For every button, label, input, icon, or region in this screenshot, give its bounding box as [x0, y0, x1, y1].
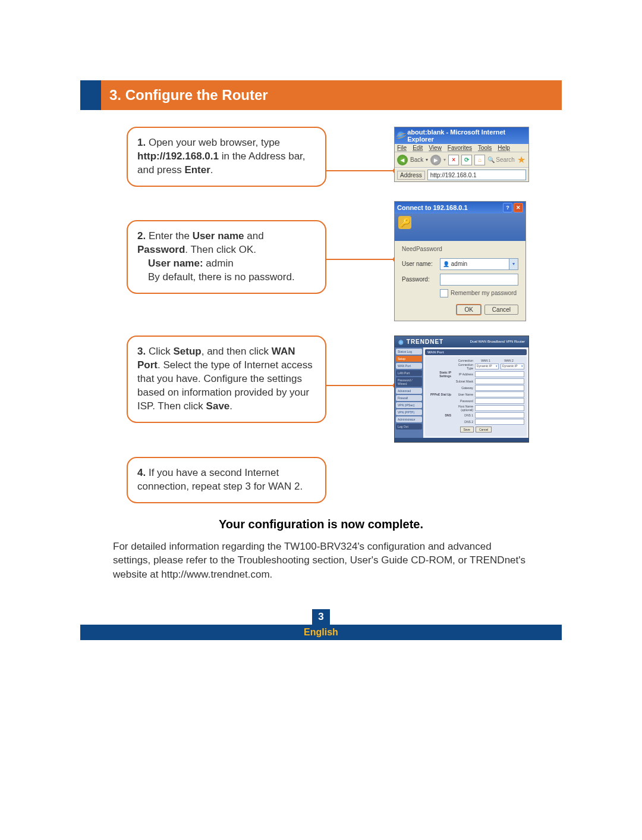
lbl-connection: Connection [453, 359, 473, 362]
pppoe-user-input[interactable] [475, 391, 524, 397]
dns2-input[interactable] [475, 419, 524, 425]
pppoe-host-input[interactable] [475, 405, 524, 411]
login-title-text: Connect to 192.168.0.1 [397, 204, 468, 211]
chevron-down-icon[interactable]: ▾ [509, 259, 518, 269]
ie-titlebar: about:blank - Microsoft Internet Explore… [395, 127, 528, 144]
sidebar-item-vpn-pptp[interactable]: VPN (PPTP) [396, 409, 422, 415]
ie-menu-help[interactable]: Help [498, 145, 510, 151]
close-icon[interactable]: ✕ [514, 203, 523, 212]
step-3-box: 3. Click Setup, and then click WAN Port.… [127, 336, 326, 423]
lbl-ip: IP Address [453, 372, 473, 376]
remember-checkbox[interactable] [440, 289, 448, 297]
gateway-input[interactable] [475, 385, 524, 391]
back-icon[interactable]: ◄ [397, 155, 408, 165]
sidebar-item-setup[interactable]: Setup [396, 356, 422, 362]
ie-menu-edit[interactable]: Edit [413, 145, 423, 151]
router-model: Dual WAN Broadband VPN Router [470, 340, 525, 343]
stop-icon[interactable]: × [448, 155, 459, 165]
wan2-type-select[interactable]: Dynamic IP [501, 363, 524, 369]
lbl-user: User Name [453, 393, 473, 396]
step-1-post: . [210, 164, 213, 175]
router-main: WAN Port Connection WAN 1 WAN 2 Connecti… [423, 347, 528, 438]
search-button[interactable]: 🔍Search [487, 156, 515, 163]
ie-logo-icon [397, 131, 405, 140]
lbl-dns2: DNS 2 [453, 420, 473, 424]
step-4-box: 4. If you have a second Internet connect… [127, 457, 326, 503]
step-1-box: 1. Open your web browser, type http://19… [127, 127, 326, 187]
hdr-wan1: WAN 1 [475, 359, 496, 362]
screenshot-router-admin: ◉ TRENDNET Dual WAN Broadband VPN Router… [394, 336, 529, 443]
keys-icon: 🔑 [398, 216, 411, 229]
login-realm: NeedPassword [402, 246, 518, 252]
password-input[interactable] [440, 274, 518, 286]
help-icon[interactable]: ? [503, 203, 512, 212]
dns1-input[interactable] [475, 412, 524, 418]
sidebar-item-lan[interactable]: LAN Port [396, 370, 422, 376]
step-4-text: 4. If you have a second Internet connect… [137, 466, 316, 494]
sidebar-item-status[interactable]: Status Log [396, 349, 422, 355]
section-title: 3. Configure the Router [101, 80, 562, 110]
ie-menu-view[interactable]: View [429, 145, 442, 151]
detail-paragraph: For detailed information regarding the T… [80, 540, 562, 582]
save-button[interactable]: Save [460, 427, 474, 432]
remember-row[interactable]: Remember my password [440, 289, 518, 297]
refresh-icon[interactable]: ⟳ [461, 155, 472, 165]
address-value: http://192.168.0.1 [430, 172, 477, 178]
lbl-subnet: Subnet Mask [453, 380, 473, 383]
step-1-row: 1. Open your web browser, type http://19… [80, 127, 562, 187]
wan-panel: Connection WAN 1 WAN 2 Connection Type D… [425, 356, 527, 436]
sidebar-item-logout[interactable]: Log Out [396, 424, 422, 430]
cancel-button[interactable]: Cancel [484, 305, 518, 315]
sec-dns: DNS [427, 413, 451, 417]
subnet-input[interactable] [475, 378, 524, 384]
pppoe-pass-input[interactable] [475, 398, 524, 404]
favorites-icon[interactable]: ★ [517, 154, 525, 165]
step-4-row: 4. If you have a second Internet connect… [80, 457, 562, 503]
ok-button[interactable]: OK [457, 305, 480, 315]
router-buttons: Save Cancel [427, 427, 524, 432]
forward-icon[interactable]: ► [430, 155, 441, 165]
step-1-url: http://192.168.0.1 [137, 151, 219, 162]
ip-input[interactable] [475, 371, 524, 377]
header-accent [80, 80, 101, 110]
remember-label: Remember my password [451, 290, 517, 296]
router-cancel-button[interactable]: Cancel [476, 427, 492, 432]
ie-menu-favorites[interactable]: Favorites [448, 145, 472, 151]
ie-menu-file[interactable]: File [397, 145, 407, 151]
screenshot-login-dialog: Connect to 192.168.0.1 ? ✕ 🔑 NeedPasswor… [394, 201, 526, 321]
address-label: Address [397, 171, 425, 180]
ie-menu-bar[interactable]: File Edit View Favorites Tools Help [395, 144, 528, 152]
step-1-text: 1. Open your web browser, type http://19… [137, 136, 316, 177]
step-3-connector [326, 383, 398, 388]
ie-toolbar: ◄ Back ▾ ► ▾ × ⟳ ⌂ 🔍Search ★ [395, 152, 528, 168]
hdr-wan2: WAN 2 [498, 359, 520, 362]
sidebar-item-vpn-ipsec[interactable]: VPN (IPSec) [396, 402, 422, 408]
address-input[interactable]: http://192.168.0.1 [427, 170, 526, 180]
page-number: 3 [312, 609, 330, 625]
router-sidebar: Status Log Setup WAN Port LAN Port Passw… [395, 347, 423, 438]
lbl-pass: Password [453, 399, 473, 403]
home-icon[interactable]: ⌂ [474, 155, 485, 165]
password-label: Password: [402, 276, 436, 283]
sidebar-item-wan[interactable]: WAN Port [396, 363, 422, 369]
step-2-row: 2. Enter the User name and Password. The… [80, 201, 562, 321]
username-input[interactable]: 👤 admin ▾ [440, 258, 518, 270]
login-banner: 🔑 [395, 214, 525, 241]
screenshot-browser: about:blank - Microsoft Internet Explore… [394, 127, 529, 182]
back-label: Back [410, 156, 423, 163]
sidebar-item-firewall[interactable]: Firewall [396, 395, 422, 401]
sec-static: Static IP Settings [427, 371, 451, 378]
step-2-text: 2. Enter the User name and Password. The… [137, 230, 316, 284]
ie-address-bar: Address http://192.168.0.1 [395, 168, 528, 181]
wan1-type-select[interactable]: Dynamic IP [475, 363, 499, 369]
sidebar-item-password[interactable]: Password / Wizard [396, 377, 422, 387]
sidebar-item-admin[interactable]: Administrator [396, 416, 422, 422]
lbl-gateway: Gateway [453, 386, 473, 390]
login-titlebar: Connect to 192.168.0.1 ? ✕ [395, 202, 525, 214]
lbl-conn-type: Connection Type [453, 363, 473, 370]
step-1-connector [326, 168, 398, 173]
step-1-pre: Open your web browser, type [149, 137, 280, 148]
ie-menu-tools[interactable]: Tools [478, 145, 492, 151]
search-icon: 🔍 [487, 156, 495, 163]
sidebar-item-advanced[interactable]: Advanced [396, 388, 422, 394]
